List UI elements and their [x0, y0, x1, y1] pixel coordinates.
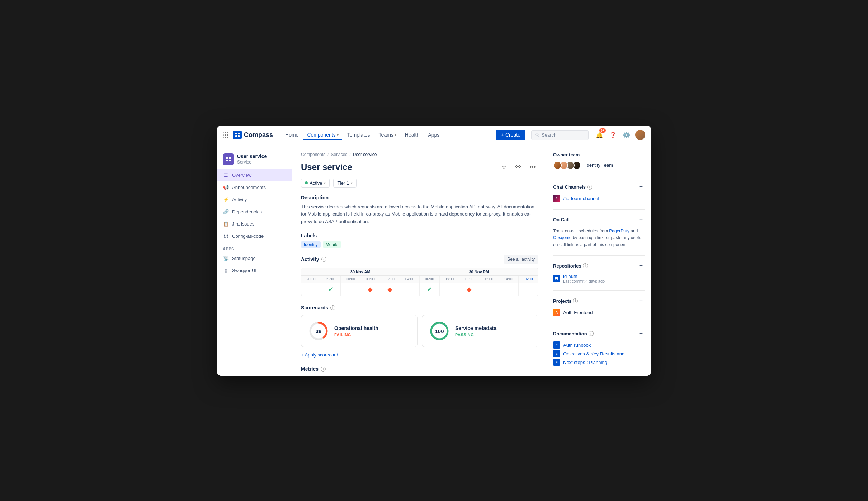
notification-bell[interactable]: 🔔 9+ — [594, 130, 604, 140]
search-box[interactable] — [531, 130, 589, 140]
bitbucket-icon — [553, 275, 560, 282]
search-icon — [535, 132, 539, 137]
projects-header: Projects i + — [553, 297, 645, 305]
projects-info-icon[interactable]: i — [573, 298, 578, 303]
help-button[interactable]: ❓ — [608, 130, 618, 140]
svg-rect-1 — [238, 133, 240, 134]
add-repository-button[interactable]: + — [637, 261, 645, 270]
nav-components[interactable]: Components ▾ — [303, 130, 342, 140]
page-title: User service — [301, 162, 352, 172]
tier-badge[interactable]: Tier 1 ▾ — [333, 179, 357, 188]
component-icon — [223, 153, 234, 165]
chat-channels-info-icon[interactable]: i — [587, 185, 592, 190]
repo-info: id-auth Last commit 4 days ago — [563, 274, 605, 283]
logo[interactable]: Compass — [233, 131, 273, 139]
logo-icon — [233, 131, 242, 139]
channel-name[interactable]: #id-team-channel — [563, 196, 599, 201]
sidebar: User service Service ☰ Overview 📢 Announ… — [217, 145, 292, 376]
owner-team-info: Identity Team — [553, 161, 645, 170]
activity-info-icon[interactable]: i — [321, 257, 326, 262]
nav-home[interactable]: Home — [282, 130, 302, 140]
create-button[interactable]: + Create — [496, 130, 525, 140]
settings-button[interactable]: ⚙️ — [622, 130, 632, 140]
repo-meta: Last commit 4 days ago — [563, 279, 605, 283]
divider-3 — [553, 255, 645, 256]
app-grid-icon[interactable] — [223, 132, 228, 138]
svg-point-4 — [536, 133, 538, 136]
event-red-3: ◆ — [467, 285, 472, 293]
divider-1 — [553, 177, 645, 177]
owner-avatars — [553, 161, 579, 170]
breadcrumb-current: User service — [353, 152, 377, 157]
label-identity[interactable]: Identity — [301, 241, 321, 248]
documentation-info-icon[interactable]: i — [589, 331, 594, 336]
sidebar-item-jira[interactable]: 📋 Jira Issues — [217, 218, 292, 230]
logo-text: Compass — [244, 131, 273, 139]
see-all-activity-button[interactable]: See all activity — [504, 255, 538, 264]
help-icon: ❓ — [609, 132, 617, 138]
search-input[interactable] — [542, 132, 585, 138]
more-button[interactable]: ••• — [527, 161, 538, 173]
announcements-icon: 📢 — [223, 184, 229, 191]
avatar-1 — [553, 161, 562, 170]
add-project-button[interactable]: + — [637, 297, 645, 305]
metrics-info-icon[interactable]: i — [321, 367, 326, 372]
repositories-info-icon[interactable]: i — [583, 263, 588, 268]
page-header: User service ☆ 👁 ••• — [301, 161, 538, 173]
score-value-metadata: 100 — [435, 328, 444, 334]
timeline-event-row: ✔ ◆ ◆ ✔ — [301, 283, 538, 296]
star-button[interactable]: ☆ — [498, 161, 510, 173]
doc-item-2: ≡ Objectives & Key Results and — [553, 350, 645, 357]
project-name[interactable]: Auth Frontend — [563, 310, 593, 315]
sidebar-item-swagger[interactable]: {} Swagger UI — [217, 265, 292, 277]
chat-channels-section: Chat Channels i + # #id-team-channel — [553, 183, 645, 202]
status-label: Active — [310, 180, 322, 186]
sidebar-item-activity[interactable]: ⚡ Activity — [217, 194, 292, 206]
sidebar-navigation: ☰ Overview 📢 Announcements ⚡ Activity 🔗 … — [217, 169, 292, 242]
doc-name-1[interactable]: Auth runbook — [563, 342, 591, 348]
sidebar-item-dependencies[interactable]: 🔗 Dependencies — [217, 206, 292, 218]
scorecard-service-metadata[interactable]: 100 Service metadata PASSING — [422, 315, 538, 347]
sidebar-item-overview[interactable]: ☰ Overview — [217, 169, 292, 181]
repositories-section: Repositories i + id-auth Last commit 4 d… — [553, 261, 645, 283]
statuspage-icon: 📡 — [223, 255, 229, 262]
nav-apps[interactable]: Apps — [424, 130, 443, 140]
user-avatar[interactable] — [635, 130, 645, 140]
description-title: Description — [301, 195, 538, 200]
apply-scorecard-button[interactable]: + Apply scorecard — [301, 351, 338, 359]
nav-health[interactable]: Health — [401, 130, 423, 140]
scorecard-name-metadata: Service metadata — [455, 325, 496, 331]
nav-teams[interactable]: Teams ▾ — [375, 130, 400, 140]
dependencies-icon: 🔗 — [223, 209, 229, 215]
label-mobile[interactable]: Mobile — [323, 241, 341, 248]
add-oncall-button[interactable]: + — [637, 216, 645, 224]
chevron-down-icon: ▾ — [395, 133, 396, 137]
nav-templates[interactable]: Templates — [344, 130, 374, 140]
sidebar-component-info: User service Service — [237, 153, 267, 165]
sidebar-item-announcements[interactable]: 📢 Announcements — [217, 181, 292, 194]
status-badge[interactable]: Active ▾ — [301, 179, 330, 188]
doc-name-2[interactable]: Objectives & Key Results and — [563, 351, 624, 356]
opsgenie-link[interactable]: Opsgenie — [553, 235, 571, 240]
page-actions: ☆ 👁 ••• — [498, 161, 538, 173]
event-red-2: ◆ — [387, 285, 392, 293]
timeline-date-row: 30 Nov AM 30 Nov PM — [301, 268, 538, 276]
label-chips: Identity Mobile — [301, 241, 538, 248]
doc-name-3[interactable]: Next steps : Planning — [563, 360, 607, 365]
event-green-1: ✔ — [328, 285, 334, 293]
scorecards-info-icon[interactable]: i — [330, 305, 335, 310]
scorecard-operational-health[interactable]: 38 Operational health FAILING — [301, 315, 418, 347]
pagerduty-link[interactable]: PagerDuty — [609, 228, 629, 233]
breadcrumb-components[interactable]: Components — [301, 152, 325, 157]
sidebar-item-statuspage[interactable]: 📡 Statuspage — [217, 252, 292, 265]
sidebar-item-config[interactable]: ⟨/⟩ Config-as-code — [217, 230, 292, 242]
add-documentation-button[interactable]: + — [637, 329, 645, 338]
swagger-icon: {} — [223, 268, 229, 274]
doc-item-3: ≡ Next steps : Planning — [553, 359, 645, 366]
watch-button[interactable]: 👁 — [513, 161, 524, 173]
breadcrumb-services[interactable]: Services — [331, 152, 347, 157]
doc-icon-2: ≡ — [553, 350, 560, 357]
jira-icon: 📋 — [223, 221, 229, 227]
repo-name[interactable]: id-auth — [563, 274, 605, 279]
add-chat-channel-button[interactable]: + — [637, 183, 645, 192]
